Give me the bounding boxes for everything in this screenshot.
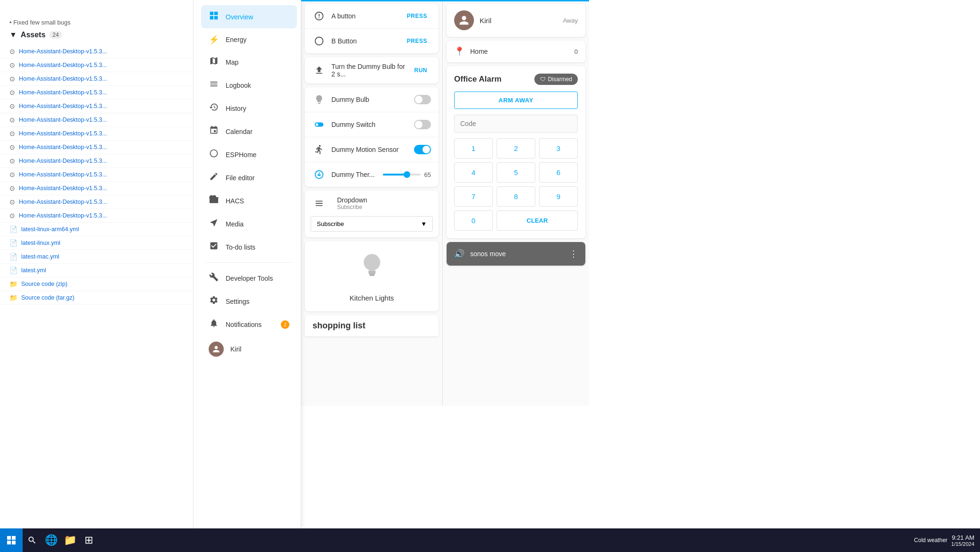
sidebar-item-user[interactable]: Kiril	[201, 336, 297, 362]
yml-icon: 📄	[9, 253, 17, 260]
bug-fix-text: • Fixed few small bugs	[9, 19, 184, 26]
list-item[interactable]: 📁Source code (tar.gz)	[0, 291, 193, 305]
location-pin-icon: 📍	[454, 46, 465, 57]
arm-away-button[interactable]: ARM AWAY	[454, 92, 578, 109]
thermostat-slider-track[interactable]	[383, 174, 421, 176]
location-name: Home	[470, 48, 569, 55]
sidebar-item-label: HACS	[226, 197, 244, 205]
taskbar-folder-icon[interactable]: 📁	[60, 528, 79, 552]
script-run-button[interactable]: RUN	[411, 65, 431, 75]
sidebar-item-hacs[interactable]: HACS	[201, 190, 297, 212]
list-item[interactable]: ⊙Home-Assistant-Desktop-v1.5.3...	[0, 209, 193, 223]
sonos-menu-button[interactable]: ⋮	[569, 249, 578, 259]
numpad-9[interactable]: 9	[539, 186, 578, 207]
sidebar-item-esphome[interactable]: ESPHome	[201, 143, 297, 166]
sidebar-item-map[interactable]: Map	[201, 51, 297, 73]
list-item[interactable]: ⊙Home-Assistant-Desktop-v1.5.3...	[0, 86, 193, 100]
numpad-5[interactable]: 5	[497, 162, 535, 183]
sidebar-item-history[interactable]: History	[201, 97, 297, 119]
ha-top-border	[301, 0, 589, 1]
numpad-2[interactable]: 2	[497, 138, 535, 159]
file-editor-icon	[209, 172, 219, 184]
sidebar-item-logbook[interactable]: Logbook	[201, 74, 297, 96]
sidebar-item-developer-tools[interactable]: Developer Tools	[201, 267, 297, 289]
list-item[interactable]: ⊙Home-Assistant-Desktop-v1.5.3...	[0, 195, 193, 209]
list-item[interactable]: ⊙Home-Assistant-Desktop-v1.5.3...	[0, 154, 193, 168]
sidebar-item-settings[interactable]: Settings	[201, 290, 297, 312]
list-item[interactable]: ⊙Home-Assistant-Desktop-v1.5.3...	[0, 100, 193, 113]
taskbar-clock: 9:21 AM 1/15/2024	[951, 534, 974, 547]
list-item[interactable]: 📄latest-linux-arm64.yml	[0, 223, 193, 236]
sidebar-user-label: Kiril	[230, 345, 241, 353]
numpad-3[interactable]: 3	[539, 138, 578, 159]
sidebar-item-todo[interactable]: To-do lists	[201, 236, 297, 258]
numpad-7[interactable]: 7	[454, 186, 493, 207]
taskbar-search-icon[interactable]	[23, 528, 42, 552]
kitchen-lights-card[interactable]: Kitchen Lights	[305, 241, 439, 311]
file-icon: ⊙	[9, 198, 15, 206]
list-item[interactable]: ⊙Home-Assistant-Desktop-v1.5.3...	[0, 72, 193, 86]
sidebar-item-energy[interactable]: ⚡ Energy	[201, 29, 297, 50]
ha-main-panel: A button PRESS B Button PRESS Turn the D…	[301, 0, 443, 406]
b-button-press[interactable]: PRESS	[403, 36, 431, 46]
list-item[interactable]: 📁Source code (zip)	[0, 277, 193, 291]
notifications-label: Notifications	[226, 321, 262, 328]
alarm-title: Office Alarm	[454, 75, 501, 84]
dropdown-title-group: Dropdown Subscribe	[337, 196, 367, 210]
sidebar-item-calendar[interactable]: Calendar	[201, 120, 297, 142]
dummy-motion-toggle[interactable]	[414, 145, 431, 154]
thermostat-icon	[313, 168, 326, 181]
list-item[interactable]: 📄latest.yml	[0, 264, 193, 277]
numpad-0[interactable]: 0	[454, 210, 493, 231]
assets-list: ⊙Home-Assistant-Desktop-v1.5.3... ⊙Home-…	[0, 45, 193, 305]
taskbar-app-icon[interactable]: ⊞	[79, 528, 98, 552]
file-icon: ⊙	[9, 61, 15, 69]
a-button-press[interactable]: PRESS	[403, 11, 431, 21]
sidebar-item-file-editor[interactable]: File editor	[201, 167, 297, 189]
alarm-card: Office Alarm 🛡 Disarmed ARM AWAY 1 2 3 4…	[447, 66, 585, 238]
dummy-motion-row: Dummy Motion Sensor	[305, 137, 439, 162]
file-icon: ⊙	[9, 143, 15, 151]
sidebar-item-overview[interactable]: Overview	[201, 5, 297, 28]
list-item[interactable]: ⊙Home-Assistant-Desktop-v1.5.3...	[0, 141, 193, 154]
dummy-bulb-toggle[interactable]	[414, 95, 431, 104]
numpad-1[interactable]: 1	[454, 138, 493, 159]
kitchen-lights-bulb-icon	[358, 251, 386, 290]
collapse-icon[interactable]: ▼	[9, 31, 17, 39]
user-name: Kiril	[480, 17, 557, 25]
file-icon: ⊙	[9, 130, 15, 137]
list-item[interactable]: ⊙Home-Assistant-Desktop-v1.5.3...	[0, 59, 193, 72]
dummy-switch-toggle[interactable]	[414, 120, 431, 129]
dropdown-select[interactable]: Subscribe ▼	[311, 216, 433, 232]
alarm-code-input[interactable]	[454, 115, 578, 133]
sidebar-item-label: Energy	[226, 36, 246, 43]
thermostat-slider-thumb[interactable]	[404, 171, 410, 178]
list-item[interactable]: ⊙Home-Assistant-Desktop-v1.5.3...	[0, 45, 193, 59]
numpad-8[interactable]: 8	[497, 186, 535, 207]
list-item[interactable]: ⊙Home-Assistant-Desktop-v1.5.3...	[0, 113, 193, 127]
bulb-icon	[313, 93, 326, 106]
sidebar-item-label: Developer Tools	[226, 275, 273, 282]
start-button[interactable]	[0, 528, 23, 552]
list-item[interactable]: 📄latest-linux.yml	[0, 236, 193, 250]
dummy-thermostat-label: Dummy Ther...	[331, 171, 383, 178]
svg-point-0	[363, 254, 380, 271]
file-icon: ⊙	[9, 89, 15, 96]
buttons-card: A button PRESS B Button PRESS	[305, 4, 439, 53]
dropdown-title: Dropdown	[337, 196, 367, 204]
list-item[interactable]: ⊙Home-Assistant-Desktop-v1.5.3...	[0, 127, 193, 141]
dummy-bulb-label: Dummy Bulb	[331, 96, 414, 103]
list-item[interactable]: ⊙Home-Assistant-Desktop-v1.5.3...	[0, 168, 193, 182]
script-card: Turn the Dummy Bulb for 2 s... RUN	[305, 57, 439, 84]
chevron-down-icon: ▼	[421, 220, 427, 227]
numpad-6[interactable]: 6	[539, 162, 578, 183]
sidebar-item-media[interactable]: Media	[201, 213, 297, 235]
numpad-clear[interactable]: CLEAR	[497, 210, 578, 231]
dummy-switch-row: Dummy Switch	[305, 112, 439, 137]
b-button-label: B Button	[331, 37, 403, 45]
list-item[interactable]: ⊙Home-Assistant-Desktop-v1.5.3...	[0, 182, 193, 195]
numpad-4[interactable]: 4	[454, 162, 493, 183]
list-item[interactable]: 📄latest-mac.yml	[0, 250, 193, 264]
sidebar-item-notifications[interactable]: Notifications 2	[201, 313, 297, 335]
taskbar-chrome-icon[interactable]: 🌐	[42, 528, 60, 552]
